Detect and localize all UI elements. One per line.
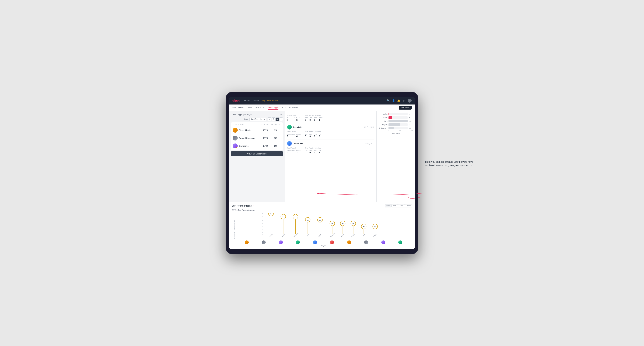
bar-chart: Eagles 3 Birdies 96	[379, 113, 413, 129]
edit-icon[interactable]: ✏	[280, 113, 282, 116]
players-label: Players	[236, 245, 410, 247]
add-team-button[interactable]: Add Team	[399, 106, 412, 110]
bar-fill	[388, 113, 389, 115]
svg-text:E. Ebert: E. Ebert	[268, 234, 273, 237]
avatar	[296, 240, 300, 244]
player-info: 3 Cameron...	[233, 144, 260, 148]
avatar	[287, 125, 292, 130]
bar-track	[388, 113, 408, 115]
player-score: 18/20	[260, 137, 270, 139]
bar-row-birdies: Birdies 96	[379, 116, 413, 119]
nav-home[interactable]: Home	[244, 99, 250, 103]
avatar: 2	[233, 136, 238, 141]
bar-row-pars: Pars 499	[379, 120, 413, 122]
svg-text:5x: 5x	[319, 219, 321, 221]
streak-chart-container: Best Streak, Fairway Accuracy 7 6 5 4 3 …	[232, 213, 412, 247]
sub-nav: PGAT Players PGA Hcaps 1-5 Team Clippd T…	[229, 105, 415, 111]
svg-text:7: 7	[262, 213, 263, 214]
streak-player-col	[375, 239, 392, 244]
card-stats: Total Rounds Tournament 7 Practice 4	[287, 131, 374, 138]
avatar	[381, 240, 385, 244]
svg-text:R. Butler: R. Butler	[362, 233, 366, 237]
svg-text:3: 3	[262, 226, 263, 227]
show-label: Show	[244, 118, 248, 120]
metric-tab-arg[interactable]: ARG	[398, 204, 405, 207]
team-header: Team Clippd | 14 Players ✏	[231, 113, 283, 116]
player-card: Josh Coles 26 Aug 2023 Total Rounds Tour…	[287, 140, 374, 156]
grid-icon[interactable]: ⊞	[268, 117, 271, 121]
view-leaderboard-button[interactable]: View Full Leaderboard	[231, 151, 283, 156]
show-bar: Show Last 3 months ⊞ ☰ ▦ ↓	[231, 117, 283, 121]
tab-hcaps[interactable]: Hcaps 1-5	[256, 106, 264, 110]
player-name: Edward Crossman	[239, 137, 255, 139]
nav-my-performance[interactable]: My Performance	[262, 99, 278, 103]
card-icon[interactable]: ▦	[276, 117, 279, 121]
total-rounds-block: Total Rounds Tournament 7 Practice 4	[287, 131, 301, 138]
player-score: 17/20	[260, 145, 270, 147]
y-axis-label: Best Streak, Fairway Accuracy	[234, 213, 235, 247]
metric-tabs: OTT APP ARG PUTT	[385, 204, 412, 207]
table-row[interactable]: 2 Edward Crossman 18/20 107	[231, 134, 283, 142]
bar-row-eagles: Eagles 3	[379, 113, 413, 115]
user-icon[interactable]: 👤	[392, 99, 395, 102]
bar-fill	[388, 120, 408, 122]
filter-icon[interactable]: ↓	[279, 117, 283, 121]
right-panel: Eagles 3 Birdies 96	[376, 111, 415, 202]
search-icon[interactable]: 🔍	[387, 99, 390, 102]
streak-player-col	[290, 239, 306, 244]
total-rounds-block: Total Rounds Tournament 7 Practice 6	[287, 115, 301, 121]
table-row[interactable]: 1 Richard Butler 19/20 110	[231, 126, 283, 134]
settings-icon[interactable]: ⚙	[402, 99, 405, 102]
bar-track	[388, 120, 408, 122]
player-info: 1 Richard Butler	[233, 128, 260, 133]
arrow-icon: ←	[253, 204, 256, 207]
table-row[interactable]: 3 Cameron... 17/20 103	[231, 142, 283, 150]
tab-pgat-players[interactable]: PGAT Players	[232, 106, 244, 110]
bar-track	[388, 127, 408, 129]
annotation-text: Here you can see streaks your players ha…	[425, 160, 474, 168]
svg-text:E. Crossman: E. Crossman	[329, 233, 335, 237]
tab-tour[interactable]: Tour	[282, 106, 286, 110]
nav-links: Home Teams My Performance	[244, 99, 382, 103]
svg-text:6: 6	[262, 216, 263, 218]
metric-tab-app[interactable]: APP	[392, 204, 398, 207]
avatar[interactable]: U	[408, 99, 412, 103]
tab-team-clippd[interactable]: Team Clippd	[268, 106, 278, 110]
bar-chart-title: Total Shots	[379, 132, 413, 134]
svg-text:4x: 4x	[352, 223, 354, 224]
bell-icon[interactable]: 🔔	[397, 99, 400, 102]
svg-text:7x: 7x	[270, 213, 272, 215]
metric-tab-putt[interactable]: PUTT	[405, 204, 412, 207]
card-stats: Total Rounds Tournament 7 Practice 2	[287, 147, 374, 154]
svg-text:R. Britt: R. Britt	[318, 234, 322, 237]
tab-all-players[interactable]: All Players	[289, 106, 298, 110]
metric-tab-ott[interactable]: OTT	[385, 204, 391, 207]
player-avg: 103	[270, 145, 281, 147]
svg-text:4x: 4x	[342, 223, 344, 224]
avatar	[313, 240, 317, 244]
nav-teams[interactable]: Teams	[253, 99, 259, 103]
avatar	[347, 240, 351, 244]
period-select[interactable]: Last 3 months	[249, 118, 266, 121]
svg-text:3x: 3x	[374, 226, 376, 227]
avatar	[262, 240, 266, 244]
annotation-box: Here you can see streaks your players ha…	[425, 160, 474, 168]
card-stats: Total Rounds Tournament 7 Practice 6	[287, 115, 374, 121]
svg-text:D. Ford: D. Ford	[340, 234, 344, 237]
bar-row-dbogeys: D. Bogeys + 131	[379, 127, 413, 129]
content-area: Team Clippd | 14 Players ✏ Show Last 3 m…	[229, 111, 415, 202]
streak-player-col	[306, 239, 324, 244]
avatar	[398, 240, 402, 244]
player-date: 26 Aug 2023	[364, 143, 374, 145]
player-avg: 107	[270, 137, 281, 139]
tab-pga[interactable]: PGA	[248, 106, 252, 110]
bar-track	[388, 116, 408, 119]
player-name: Rees Britt	[293, 126, 363, 128]
streak-player-col	[238, 239, 255, 244]
list-icon[interactable]: ☰	[272, 117, 275, 121]
streak-chart: 7 6 5 4 3 2 1 0 7x	[236, 213, 410, 247]
avatar	[287, 141, 292, 146]
logo: clippd	[232, 99, 240, 102]
svg-text:J. Coles: J. Coles	[306, 233, 310, 237]
bar-track	[388, 123, 408, 126]
